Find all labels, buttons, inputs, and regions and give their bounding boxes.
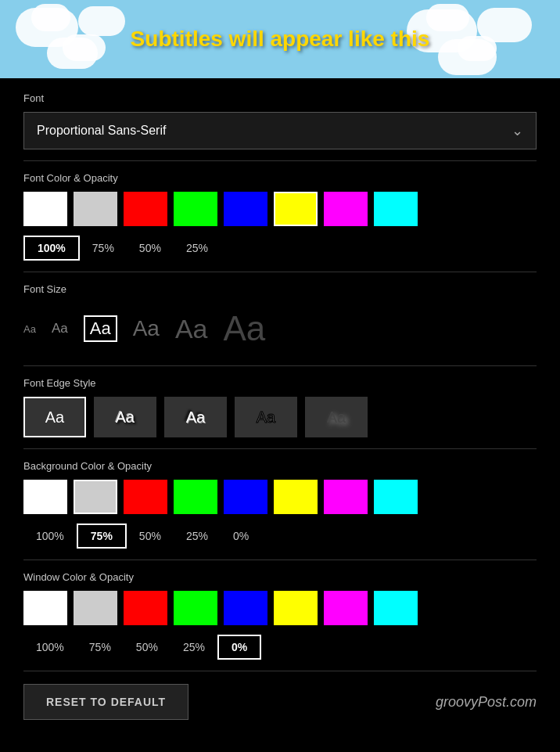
font-color-yellow[interactable] [274,192,318,226]
window-color-label: Window Color & Opacity [23,571,537,583]
bg-color-red[interactable] [124,480,167,514]
bg-color-lightgray[interactable] [74,480,117,514]
window-opacity-row: 100% 75% 50% 25% 0% [23,635,537,660]
font-opacity-75[interactable]: 75% [80,237,127,259]
bg-opacity-row: 100% 75% 50% 25% 0% [23,524,537,549]
font-size-6[interactable]: Aa [223,309,265,348]
font-opacity-row: 100% 75% 50% 25% [23,236,537,261]
branding-text: groovyPost.com [436,694,537,710]
settings-container: Font Proportional Sans-Serif ⌄ Font Colo… [0,78,560,747]
bg-opacity-25[interactable]: 25% [174,525,221,547]
preview-text: Subtitles will appear like this [131,27,430,52]
font-size-3[interactable]: Aa [84,315,117,342]
divider-5 [23,560,537,560]
font-color-cyan[interactable] [374,192,418,226]
bg-color-cyan[interactable] [374,480,418,514]
font-size-label: Font Size [23,283,537,295]
bg-color-label: Background Color & Opacity [23,460,537,472]
bg-color-swatches [23,480,537,514]
window-color-yellow[interactable] [274,591,318,625]
divider-3 [23,365,537,366]
bg-color-green[interactable] [174,480,217,514]
divider-6 [23,671,537,671]
font-size-4[interactable]: Aa [133,316,160,341]
font-opacity-50[interactable]: 50% [127,237,174,259]
window-opacity-75[interactable]: 75% [77,636,124,658]
divider-4 [23,448,537,449]
font-color-lightgray[interactable] [74,192,117,226]
font-edge-label: Font Edge Style [23,377,537,389]
font-opacity-25[interactable]: 25% [174,237,221,259]
divider-2 [23,272,537,272]
font-color-swatches [23,192,537,226]
font-color-green[interactable] [174,192,217,226]
bg-opacity-0[interactable]: 0% [221,525,261,547]
bg-color-white[interactable] [23,480,67,514]
bg-opacity-50[interactable]: 50% [127,525,174,547]
window-color-magenta[interactable] [324,591,368,625]
reset-button[interactable]: RESET TO DEFAULT [23,684,188,720]
font-opacity-100[interactable]: 100% [23,236,80,261]
window-color-blue[interactable] [224,591,267,625]
bg-color-yellow[interactable] [274,480,318,514]
window-color-cyan[interactable] [374,591,418,625]
font-label: Font [23,92,537,104]
edge-style-shadow[interactable]: Aa [305,397,368,437]
font-size-5[interactable]: Aa [175,314,208,344]
font-color-blue[interactable] [224,192,267,226]
branding: groovyPost.com [436,694,537,711]
font-color-red[interactable] [124,192,167,226]
font-dropdown-value: Proportional Sans-Serif [37,124,166,138]
window-color-green[interactable] [174,591,217,625]
divider-1 [23,160,537,161]
edge-style-none[interactable]: Aa [23,397,86,437]
font-dropdown[interactable]: Proportional Sans-Serif ⌄ [23,112,537,149]
font-color-magenta[interactable] [324,192,368,226]
font-color-label: Font Color & Opacity [23,172,537,184]
font-color-white[interactable] [23,192,67,226]
bg-opacity-100[interactable]: 100% [23,525,77,547]
window-opacity-25[interactable]: 25% [171,636,217,658]
edge-style-outline[interactable]: Aa [235,397,297,437]
bg-color-magenta[interactable] [324,480,368,514]
bg-opacity-75[interactable]: 75% [77,524,127,549]
window-opacity-0[interactable]: 0% [217,635,261,660]
font-size-row: Aa Aa Aa Aa Aa Aa [23,303,537,354]
window-color-red[interactable] [124,591,167,625]
bg-color-blue[interactable] [224,480,267,514]
edge-style-raised[interactable]: Aa [94,397,156,437]
bottom-row: RESET TO DEFAULT groovyPost.com [23,684,537,728]
font-edge-row: Aa Aa Aa Aa Aa [23,397,537,437]
window-opacity-100[interactable]: 100% [23,636,77,658]
window-color-lightgray[interactable] [74,591,117,625]
window-opacity-50[interactable]: 50% [124,636,171,658]
preview-banner: Subtitles will appear like this [0,0,560,78]
window-color-swatches [23,591,537,625]
font-size-2[interactable]: Aa [52,321,68,336]
chevron-down-icon: ⌄ [512,122,523,139]
window-color-white[interactable] [23,591,67,625]
font-size-1[interactable]: Aa [23,323,36,335]
edge-style-depressed[interactable]: Aa [164,397,227,437]
